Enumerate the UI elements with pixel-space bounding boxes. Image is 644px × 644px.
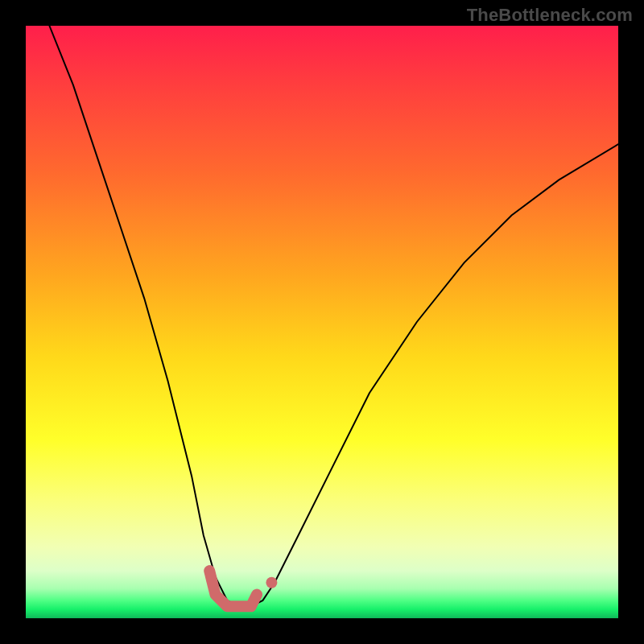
optimal-range-marker	[209, 571, 257, 606]
plot-area	[26, 26, 618, 618]
watermark-text: TheBottleneck.com	[467, 5, 633, 26]
marker-dot-icon	[266, 577, 277, 588]
bottleneck-curve	[49, 26, 618, 606]
chart-frame: TheBottleneck.com	[0, 0, 644, 644]
curve-svg	[26, 26, 618, 618]
